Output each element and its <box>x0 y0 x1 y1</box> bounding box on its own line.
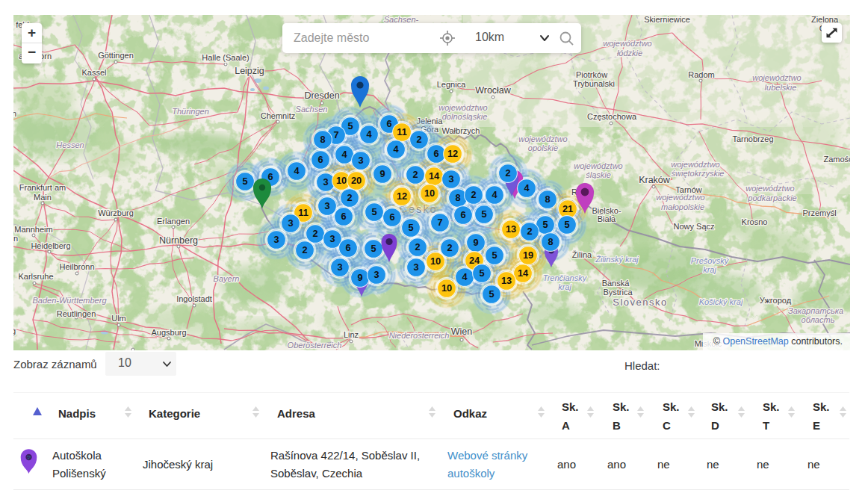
svg-text:2: 2 <box>527 226 532 237</box>
svg-text:Žilina: Žilina <box>572 250 592 259</box>
svg-text:Ulm: Ulm <box>111 314 126 323</box>
svg-text:Sachsen: Sachsen <box>296 105 328 114</box>
svg-text:Ingolstadt: Ingolstadt <box>176 294 212 303</box>
svg-text:5: 5 <box>564 219 569 230</box>
svg-text:Leipzig: Leipzig <box>235 66 264 76</box>
svg-text:Halle (Saale): Halle (Saale) <box>202 53 249 62</box>
svg-text:Chemnitz: Chemnitz <box>261 111 295 120</box>
svg-text:Linz: Linz <box>344 330 359 339</box>
svg-text:8: 8 <box>455 192 460 203</box>
svg-text:Würzburg: Würzburg <box>98 208 134 217</box>
svg-text:6: 6 <box>267 171 273 182</box>
svg-text:10: 10 <box>336 175 347 186</box>
svg-text:kraj: kraj <box>558 282 571 291</box>
svg-text:Slovensko: Slovensko <box>613 297 667 308</box>
svg-text:6: 6 <box>386 118 391 129</box>
svg-text:Žilinský kraj: Žilinský kraj <box>595 255 639 264</box>
svg-text:14: 14 <box>518 267 529 279</box>
svg-text:6: 6 <box>389 211 394 223</box>
svg-text:область: область <box>802 315 835 324</box>
svg-text:małopolskie: małopolskie <box>661 202 704 211</box>
svg-text:województwo: województwo <box>745 184 794 193</box>
svg-text:11: 11 <box>397 126 407 137</box>
svg-text:Skierniewice: Skierniewice <box>644 15 690 24</box>
svg-text:7: 7 <box>333 129 338 140</box>
svg-text:4: 4 <box>294 165 300 176</box>
svg-text:2: 2 <box>416 134 421 145</box>
svg-text:9: 9 <box>357 272 362 283</box>
svg-text:3: 3 <box>273 234 279 245</box>
svg-text:6: 6 <box>345 242 350 253</box>
svg-text:Heilbronn: Heilbronn <box>59 262 94 271</box>
svg-text:województwo: województwo <box>438 103 487 112</box>
svg-text:21: 21 <box>562 203 573 214</box>
svg-text:Закарпатська: Закарпатська <box>788 306 843 315</box>
svg-text:2: 2 <box>471 189 476 200</box>
svg-text:Ужгород: Ужгород <box>760 296 792 305</box>
svg-text:8: 8 <box>548 236 553 247</box>
svg-text:Dresden: Dresden <box>304 90 339 101</box>
svg-text:3: 3 <box>324 200 329 211</box>
svg-text:5: 5 <box>489 288 494 300</box>
svg-text:Main: Main <box>34 193 52 202</box>
svg-text:5: 5 <box>242 176 247 187</box>
svg-text:Radom: Radom <box>688 70 714 79</box>
svg-text:10: 10 <box>424 187 435 199</box>
svg-text:3: 3 <box>413 261 418 273</box>
svg-text:9: 9 <box>379 168 385 179</box>
svg-text:Oberösterreich: Oberösterreich <box>288 341 342 350</box>
svg-text:podkarpackie: podkarpackie <box>747 193 796 202</box>
svg-text:Biała: Biała <box>598 214 616 223</box>
svg-text:Legnica: Legnica <box>437 80 466 89</box>
svg-text:4: 4 <box>366 128 372 140</box>
svg-text:Thüringen: Thüringen <box>172 107 209 116</box>
svg-text:województwo: województwo <box>656 193 704 202</box>
svg-text:Zamość: Zamość <box>823 155 850 164</box>
svg-text:opolskie: opolskie <box>528 143 558 152</box>
svg-text:4: 4 <box>341 149 347 160</box>
svg-text:Banská: Banská <box>602 279 630 288</box>
svg-text:Piotrków: Piotrków <box>576 70 607 79</box>
svg-text:5: 5 <box>408 222 413 233</box>
svg-text:5: 5 <box>479 267 484 279</box>
svg-text:2: 2 <box>347 192 352 203</box>
svg-text:13: 13 <box>506 223 516 235</box>
svg-text:2: 2 <box>302 244 307 255</box>
svg-text:8: 8 <box>545 193 550 205</box>
svg-text:Krosno: Krosno <box>742 217 768 226</box>
svg-text:19: 19 <box>523 249 533 261</box>
svg-text:Heidelberg: Heidelberg <box>31 241 70 250</box>
svg-text:12: 12 <box>447 148 458 159</box>
svg-text:2: 2 <box>412 169 418 180</box>
svg-text:województwo: województwo <box>603 39 651 48</box>
svg-text:Bayern: Bayern <box>214 274 240 283</box>
svg-text:11: 11 <box>298 207 309 218</box>
svg-text:Częstochowa: Częstochowa <box>587 112 637 121</box>
svg-text:10: 10 <box>430 255 441 267</box>
svg-text:5: 5 <box>542 219 548 230</box>
svg-text:20: 20 <box>351 175 362 186</box>
svg-text:6: 6 <box>317 154 323 165</box>
svg-text:rn: rn <box>13 234 18 243</box>
svg-text:4: 4 <box>524 182 530 193</box>
svg-text:6: 6 <box>460 209 465 220</box>
svg-text:14: 14 <box>429 170 440 182</box>
svg-text:4: 4 <box>492 189 497 200</box>
svg-text:kraj: kraj <box>703 265 716 274</box>
svg-text:łódzkie: łódzkie <box>617 49 642 58</box>
svg-text:Mannheim: Mannheim <box>14 225 52 234</box>
svg-text:Hessen: Hessen <box>56 140 84 149</box>
svg-text:województwo: województwo <box>518 134 567 143</box>
svg-text:Nowy Sącz: Nowy Sącz <box>673 222 714 231</box>
svg-text:9: 9 <box>473 237 478 248</box>
svg-text:24: 24 <box>469 255 480 266</box>
svg-text:gen: gen <box>13 109 16 118</box>
svg-text:2: 2 <box>312 228 317 239</box>
svg-text:województwo: województwo <box>574 161 622 170</box>
svg-text:Bystrica: Bystrica <box>603 288 633 297</box>
svg-text:Niederösterreich: Niederösterreich <box>389 331 450 340</box>
svg-text:województwo: województwo <box>752 73 801 82</box>
svg-text:województwo: województwo <box>671 160 719 169</box>
svg-text:13: 13 <box>501 275 512 286</box>
svg-text:Kraków: Kraków <box>639 175 671 185</box>
